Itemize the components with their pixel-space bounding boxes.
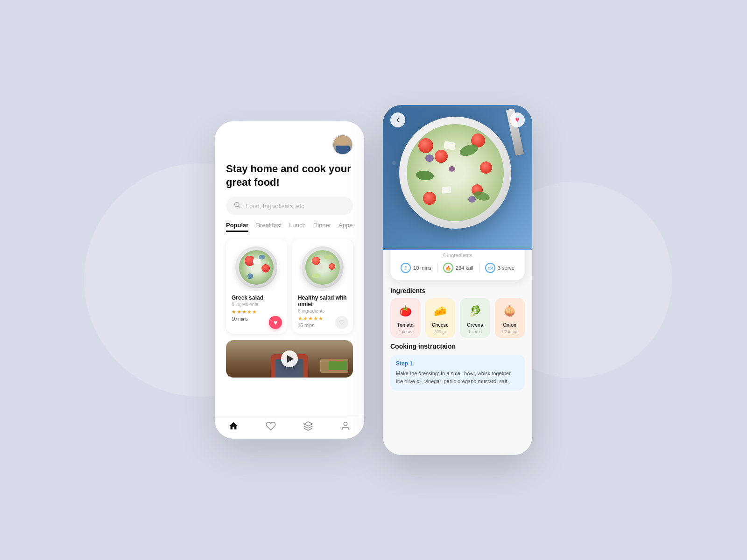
hero-title: Stay home and cook your great food! xyxy=(226,162,353,189)
video-section[interactable] xyxy=(226,340,353,378)
recipe-name: Greek Salad xyxy=(398,250,517,252)
ingredient-tomato: 🍅 Tomato 1 items xyxy=(390,298,421,338)
nav-favorites[interactable] xyxy=(266,421,276,431)
tab-appe[interactable]: Appe xyxy=(338,222,352,232)
stat-separator-2 xyxy=(479,263,479,273)
recipe-stats: ⏱ 10 mins 🔥 234 kall 🍽 3 serve xyxy=(398,263,517,273)
stat-calories: 🔥 234 kall xyxy=(443,263,473,273)
back-button[interactable] xyxy=(390,112,405,127)
star-3b: ★ xyxy=(308,315,313,322)
nav-layers[interactable] xyxy=(303,421,313,431)
time-icon: ⏱ xyxy=(401,263,411,273)
onion-icon: 🧅 xyxy=(500,302,519,321)
tomato-icon: 🍅 xyxy=(396,302,415,321)
cheese-name: Cheese xyxy=(432,322,449,328)
food-card-healthy-salad[interactable]: Healthy salad with omlet 6 ingredients ★… xyxy=(292,238,353,334)
step-1-label: Step 1 xyxy=(396,360,519,367)
stat-separator-1 xyxy=(437,263,437,273)
food-card-image-1 xyxy=(232,244,281,291)
step-1-text: Make the dressing: In a small bowl, whis… xyxy=(396,370,519,385)
food-card-name-2: Healthy salad with omlet xyxy=(298,294,347,308)
tab-lunch[interactable]: Lunch xyxy=(289,222,305,232)
serve-value: 3 serve xyxy=(498,265,514,271)
star-1: ★ xyxy=(232,309,236,315)
food-card-greek-salad[interactable]: Greek salad 6 ingredients ★ ★ ★ ★ ★ 10 m… xyxy=(226,238,287,334)
food-card-name-1: Greek salad xyxy=(232,294,281,301)
onion-name: Onion xyxy=(503,322,516,328)
ingredient-cheese: 🧀 Cheese 200 gr xyxy=(425,298,456,338)
food-card-ingredients-1: 6 ingredients xyxy=(232,302,281,307)
play-button[interactable] xyxy=(281,350,298,367)
search-bar[interactable]: Food, Ingredients, etc. xyxy=(226,196,353,215)
play-icon xyxy=(287,355,294,363)
recipe-content: Greek Salad 6 ingredients ⏱ 10 mins 🔥 23… xyxy=(383,250,532,455)
time-value: 10 mins xyxy=(413,265,431,271)
greens-icon: 🥬 xyxy=(465,302,484,321)
food-cards-row: Greek salad 6 ingredients ★ ★ ★ ★ ★ 10 m… xyxy=(215,232,364,334)
search-icon xyxy=(233,201,241,210)
hero-plate xyxy=(399,117,516,233)
recipe-heart-button[interactable]: ♥ xyxy=(510,112,525,127)
svg-marker-2 xyxy=(304,422,312,426)
tomato-amount: 1 items xyxy=(399,329,412,334)
recipe-info-card: Greek Salad 6 ingredients ⏱ 10 mins 🔥 23… xyxy=(390,250,525,280)
hero-title-section: Stay home and cook your great food! xyxy=(215,155,364,189)
ingredient-greens: 🥬 Greens 1 items xyxy=(460,298,490,338)
heart-button-1[interactable]: ♥ xyxy=(269,316,282,329)
phone1-header xyxy=(215,121,364,155)
stat-time: ⏱ 10 mins xyxy=(401,263,431,273)
nav-profile[interactable] xyxy=(340,421,351,431)
star-4b: ★ xyxy=(313,315,318,322)
food-card-ingredients-2: 6 ingredients xyxy=(298,308,347,314)
stat-serve: 🍽 3 serve xyxy=(485,263,514,273)
fire-icon: 🔥 xyxy=(443,263,453,273)
star-2: ★ xyxy=(237,309,241,315)
phone1-screen: Stay home and cook your great food! Food… xyxy=(215,121,364,439)
tomato-name: Tomato xyxy=(397,322,414,328)
greens-amount: 1 items xyxy=(468,329,482,334)
star-1b: ★ xyxy=(298,315,303,322)
bottom-nav xyxy=(215,415,364,439)
ingredients-section-title: Ingredients xyxy=(383,280,532,298)
star-4: ★ xyxy=(247,309,252,315)
star-2b: ★ xyxy=(303,315,308,322)
cooking-section-title: Cooking instructaion xyxy=(390,343,525,350)
tab-popular[interactable]: Popular xyxy=(226,222,248,232)
tab-dinner[interactable]: Dinner xyxy=(313,222,331,232)
cheese-icon: 🧀 xyxy=(431,302,450,321)
food-card-image-2 xyxy=(298,244,347,291)
recipe-ingredients-count: 6 ingredients xyxy=(398,252,517,258)
star-5b: ★ xyxy=(318,315,323,322)
stars-row-1: ★ ★ ★ ★ ★ xyxy=(232,309,281,315)
star-3: ★ xyxy=(242,309,247,315)
ingredient-onion: 🧅 Onion 1/2 items xyxy=(495,298,525,338)
nav-home[interactable] xyxy=(228,421,239,431)
star-5: ★ xyxy=(252,309,257,315)
svg-point-3 xyxy=(344,422,347,426)
onion-amount: 1/2 items xyxy=(501,329,518,334)
avatar[interactable] xyxy=(332,134,353,155)
serve-icon: 🍽 xyxy=(485,263,495,273)
cheese-amount: 200 gr xyxy=(434,329,446,334)
tab-breakfast[interactable]: Breakfast xyxy=(256,222,282,232)
svg-line-1 xyxy=(239,206,240,208)
cooking-section: Cooking instructaion Step 1 Make the dre… xyxy=(383,338,532,398)
heart-button-2[interactable]: ♡ xyxy=(335,316,348,329)
calories-value: 234 kall xyxy=(456,265,473,271)
greens-name: Greens xyxy=(467,322,483,328)
search-placeholder: Food, Ingredients, etc. xyxy=(246,203,306,210)
ingredients-row: 🍅 Tomato 1 items 🧀 Cheese 200 gr 🥬 Green… xyxy=(383,298,532,338)
phone2-screen: ♥ Greek Salad 6 ingredients ⏱ 10 mins xyxy=(383,105,532,455)
tabs-row: Popular Breakfast Lunch Dinner Appe xyxy=(215,215,364,232)
step-1-card: Step 1 Make the dressing: In a small bow… xyxy=(390,355,525,391)
recipe-hero-image: ♥ xyxy=(383,105,532,250)
